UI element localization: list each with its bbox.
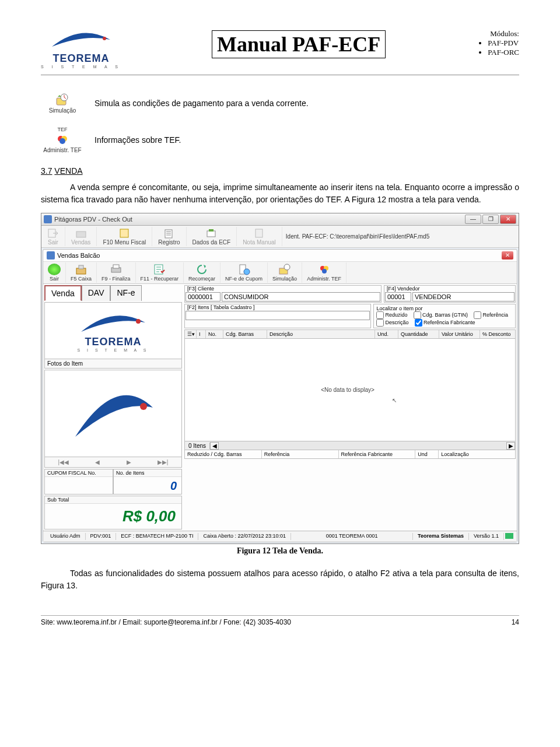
scroll-right[interactable]: ▶ (506, 442, 515, 450)
section-title: VENDA (54, 166, 82, 176)
scroll-track[interactable] (219, 441, 506, 450)
cliente-code-input[interactable]: 0000001 (186, 292, 220, 301)
tab-dav[interactable]: DAV (82, 285, 111, 301)
scroll-left[interactable]: ◀ (210, 442, 219, 450)
chk-gtin[interactable] (414, 311, 421, 319)
col-desconto[interactable]: % Desconto (480, 330, 515, 338)
cupom-field: CUPOM FISCAL No. (44, 469, 113, 495)
no-data-label: <No data to display> ↖ (185, 339, 515, 441)
simulacao-icon (55, 93, 69, 107)
col-valor[interactable]: Valor Unitário (439, 330, 480, 338)
main-menu: Sair Vendas F10 Menu Fiscal Registro Dad… (41, 226, 519, 248)
simulacao-desc: Simula as condições de pagamento para a … (94, 97, 309, 110)
col-no[interactable]: No. (206, 330, 223, 338)
menu-nota-manual[interactable]: Nota Manual (237, 227, 282, 246)
col-barras[interactable]: Cdg. Barras (223, 330, 267, 338)
svg-rect-10 (207, 231, 215, 237)
svg-point-5 (60, 138, 65, 144)
tb-tef[interactable]: Administr. TEF (302, 262, 346, 283)
foot-ref: Referência (262, 450, 339, 458)
chk-desc[interactable] (376, 319, 384, 327)
vendedor-field: [F4] Vendedor 00001 VENDEDOR (384, 285, 516, 303)
vendedor-label: [F4] Vendedor (384, 286, 515, 292)
status-ecf: ECF : BEMATECH MP-2100 TI (116, 533, 198, 540)
tab-nfe[interactable]: NF-e (110, 285, 141, 301)
foto-box (44, 370, 182, 457)
subtotal-label: Sub Total (45, 496, 181, 504)
tb-finaliza[interactable]: F9 - Finaliza (97, 262, 136, 283)
print-icon (110, 264, 123, 275)
status-teorema: 0001 TEOREMA 0001 (291, 533, 413, 540)
chk-reduzido[interactable] (376, 311, 384, 319)
chk-ref-fab[interactable] (415, 319, 422, 327)
svg-rect-11 (209, 229, 214, 232)
menu-vendas[interactable]: Vendas (65, 227, 97, 246)
svg-rect-7 (76, 232, 86, 237)
status-bar: Usuário Adm PDV:001 ECF : BEMATECH MP-21… (43, 531, 517, 542)
panel-toolbar: Sair F5 Caixa F9 - Finaliza F11 - Recupe… (43, 262, 517, 284)
window-titlebar: Pitágoras PDV - Check Out — ❐ ✕ (41, 213, 519, 226)
caixa-icon (75, 264, 88, 275)
nav-first[interactable]: |◀◀ (58, 459, 69, 465)
menu-sair[interactable]: Sair (41, 227, 65, 246)
tb-caixa[interactable]: F5 Caixa (66, 262, 97, 283)
close-button[interactable]: ✕ (500, 215, 516, 224)
tef-icon-cell: TEF Administr. TEF (41, 127, 84, 153)
fotos-label: Fotos do Item (44, 359, 182, 369)
ident-path: Ident. PAF-ECF: C:\teorema\paf\bin\Files… (282, 231, 519, 242)
vendedor-code-input[interactable]: 00001 (385, 292, 411, 301)
logo-text: TEOREMA (53, 52, 110, 65)
nav-prev[interactable]: ◀ (95, 459, 100, 465)
itens-search-field: [F2] Itens [ Tabela Cadastro ] (184, 304, 371, 328)
tef-icon (55, 132, 69, 146)
nav-next[interactable]: ▶ (127, 459, 131, 465)
cliente-name-input[interactable]: CONSUMIDOR (222, 292, 380, 301)
vendas-panel: Vendas Balcão ✕ Sair F5 Caixa F9 - Final… (43, 249, 517, 542)
page-number: 14 (512, 618, 519, 626)
col-i[interactable]: I (197, 330, 206, 338)
col-star[interactable]: ☰▾ (185, 330, 197, 338)
tb-recomecar[interactable]: Recomeçar (184, 262, 220, 283)
simulacao-icon (278, 264, 291, 275)
nav-last[interactable]: ▶▶| (158, 459, 169, 465)
tb-sair[interactable]: Sair (43, 262, 66, 283)
itens-label: [F2] Itens [ Tabela Cadastro ] (185, 304, 370, 310)
tef-top-label: TEF (41, 127, 84, 132)
menu-dados-ecf[interactable]: Dados da ECF (187, 227, 237, 246)
module-item: PAF-PDV (488, 38, 519, 48)
status-versao: Versão 1.1 (469, 533, 504, 540)
foot-loc: Localização (439, 450, 515, 458)
minimize-button[interactable]: — (465, 215, 481, 224)
tb-nfe[interactable]: NF-e de Cupom (220, 262, 268, 283)
back-icon (48, 264, 61, 275)
hscroll-row: 0 Itens ◀ ▶ (185, 441, 515, 450)
svg-rect-8 (120, 229, 128, 237)
vendedor-name-input[interactable]: VENDEDOR (412, 292, 514, 301)
tab-venda[interactable]: Venda (44, 285, 82, 301)
menu-registro[interactable]: Registro (152, 227, 186, 246)
col-und[interactable]: Und. (375, 330, 398, 338)
tef-desc: Informações sobre TEF. (94, 134, 181, 146)
col-qtd[interactable]: Quantidade (398, 330, 439, 338)
maximize-button[interactable]: ❐ (482, 215, 499, 224)
col-descricao[interactable]: Descrição (267, 330, 375, 338)
page-header: TEOREMA S I S T E M A S Manual PAF-ECF M… (41, 29, 519, 75)
foot-reduzido: Reduzido / Cdg. Barras (185, 450, 262, 458)
menu-fiscal[interactable]: F10 Menu Fiscal (97, 227, 152, 246)
svg-point-0 (103, 37, 106, 40)
tb-simulacao[interactable]: Simulação (268, 262, 302, 283)
itens-search-input[interactable] (186, 311, 370, 320)
app-screenshot: Pitágoras PDV - Check Out — ❐ ✕ Sair Ven… (41, 213, 519, 544)
svg-point-25 (136, 319, 141, 324)
svg-point-21 (284, 264, 290, 270)
body-paragraph-1: A venda sempre é concomitante, ou seja, … (41, 181, 519, 206)
tb-recuperar[interactable]: F11 - Recuperar (136, 262, 184, 283)
panel-close-button[interactable]: ✕ (502, 251, 513, 259)
chk-ref[interactable] (474, 311, 481, 319)
panel-icon (47, 251, 55, 259)
status-user: Usuário Adm (46, 533, 86, 540)
tef-row: TEF Administr. TEF Informações sobre TEF… (41, 127, 519, 153)
itens-no-value: 0 (114, 477, 181, 494)
subtotal-value: R$ 0,00 (45, 504, 181, 529)
cliente-field: [F3] Cliente 0000001 CONSUMIDOR (184, 285, 382, 303)
